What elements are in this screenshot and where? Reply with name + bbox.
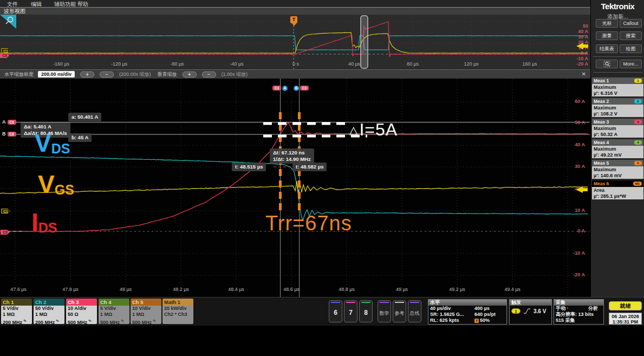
main-y-tick: 50 A	[575, 120, 585, 125]
meas-source-chip: M1	[633, 182, 642, 186]
trigger-pos-icon: T	[474, 319, 479, 323]
zoom-toolbar: 水平缩放标度 200.00 ns/div + − (200.00x 缩放) 垂直…	[0, 69, 590, 79]
cursor-source-badge[interactable]: C3	[300, 82, 309, 92]
channel-badge-ch1[interactable]: Ch 1 5 V/div1 MΩ200 MHz	[1, 299, 32, 324]
overview-y-tick: 0 A	[581, 50, 588, 56]
sidebar-divider	[593, 56, 642, 57]
overview-y-tick: -10 A	[576, 56, 588, 61]
cursor-button[interactable]: 光标	[596, 19, 618, 28]
plot-button[interactable]: 绘图	[620, 44, 642, 53]
trr-annotation: Trr=67ns	[265, 212, 352, 235]
main-y-tick: 30 A	[575, 164, 585, 169]
hzoom-plus-button[interactable]: +	[80, 72, 94, 77]
overview-x-tick: -120 µs	[111, 61, 127, 67]
ready-status-button[interactable]: 就绪	[609, 301, 642, 310]
vzoom-plus-button[interactable]: +	[183, 72, 197, 77]
bottom-status-bar: Ch 1 5 V/div1 MΩ200 MHz Ch 2 50 V/div1 M…	[0, 297, 644, 326]
main-y-tick: -20 A	[573, 272, 585, 277]
meas-6-badge[interactable]: Meas 6M1 Areaµ': 285.1 µs*W	[592, 180, 643, 199]
channel-key-8[interactable]: 8	[359, 300, 373, 322]
search-button[interactable]: 搜索	[620, 31, 642, 40]
main-x-tick: 49.4 µs	[504, 287, 521, 292]
results-table-button[interactable]: 结果表	[596, 44, 618, 53]
overview-y-tick: 40 A	[578, 29, 588, 34]
trigger-level-arrow-icon[interactable]	[576, 186, 588, 193]
vzoom-label: 垂直缩放	[158, 71, 177, 78]
main-waveform-plot: C3 A B C3 A C3 B C3 a: 50.401 A Δa: 5.40…	[0, 79, 590, 297]
waveform-view-title: 波形视图	[0, 7, 590, 15]
close-zoom-icon[interactable]: ✕	[582, 71, 586, 77]
measure-button[interactable]: 测量	[596, 31, 618, 40]
trigger-level-value: 3.6 V	[534, 308, 546, 314]
more-button[interactable]: More...	[620, 60, 642, 68]
channel-key-7[interactable]: 7	[344, 300, 357, 322]
cursor-a-handle[interactable]: A	[282, 82, 288, 92]
channel-badge-ch3[interactable]: Ch 3 10 A/div50 Ω500 MHz	[66, 299, 97, 324]
zoom-mode-button[interactable]	[596, 60, 618, 68]
overview-y-tick: 50	[583, 23, 588, 29]
callout-button[interactable]: Callout	[620, 19, 642, 28]
vzoom-minus-button[interactable]: −	[202, 72, 216, 77]
channel-badge-ch5[interactable]: Ch 5 10 V/div1 MΩ500 MHz	[131, 299, 161, 324]
datetime-display: 06 Jan 2026 1:35:31 PM	[609, 313, 642, 325]
cursor-b-left-badge[interactable]: B C3	[2, 131, 16, 137]
main-y-tick: 60 A	[575, 99, 585, 104]
meas-source-chip: 2	[634, 99, 642, 103]
main-x-tick: 47.6 µs	[10, 287, 27, 292]
trigger-panel[interactable]: 触发 1 3.6 V	[509, 299, 552, 325]
overview-y-tick: -20 A	[576, 61, 588, 67]
trigger-position-icon[interactable]: T	[290, 16, 297, 23]
bus-key[interactable]: 总线	[408, 300, 421, 322]
meas-5-badge[interactable]: Meas 55 Maximumµ': 140.6 mV	[592, 160, 643, 179]
main-x-tick: 49.2 µs	[449, 287, 465, 292]
hzoom-minus-button[interactable]: −	[100, 72, 114, 77]
cursor-a-left-badge[interactable]: A C3	[2, 119, 16, 125]
channel-badge-math1[interactable]: Math 1 20 kW/divCh2 * Ch3	[162, 299, 193, 324]
cursor-b-handle[interactable]: B	[294, 82, 299, 92]
math-key[interactable]: 数学	[378, 300, 391, 322]
main-x-tick: 48.8 µs	[339, 287, 355, 292]
meas-source-chip: 4	[634, 140, 642, 145]
ids-annotation-label: IDS	[31, 212, 57, 233]
sidebar-divider	[593, 72, 642, 73]
overview-x-tick: -160 µs	[53, 61, 69, 67]
overview-x-tick: 120 µs	[464, 61, 478, 67]
oscilloscope-screen: 文件 编辑 辅助功能 帮助 波形视图 T -160 µs -120 µs -80…	[0, 0, 644, 356]
overview-x-tick: 80 µs	[407, 61, 419, 67]
meas-1-badge[interactable]: Meas 11 Maximumµ': 6.316 V	[592, 77, 643, 96]
overview-x-tick: -80 µs	[170, 61, 184, 67]
main-x-tick: 48.2 µs	[173, 287, 189, 292]
vgs-trace	[0, 181, 588, 193]
overview-x-tick: 40 µs	[348, 61, 360, 67]
cursor-source-badge[interactable]: C3	[272, 82, 281, 92]
vds-annotation-label: VDS	[35, 133, 70, 154]
magnifier-icon	[603, 61, 611, 67]
meas-3-badge[interactable]: Meas 33 Maximumµ': 50.32 A	[592, 119, 643, 138]
hzoom-factor: (200.00x 缩放)	[119, 71, 151, 78]
meas-4-badge[interactable]: Meas 44 Maximumµ': 49.22 mV	[592, 139, 643, 158]
cursor-b-readout: b: 45 A	[68, 133, 92, 142]
main-x-tick: 48.4 µs	[228, 287, 244, 292]
main-x-tick: 49 µs	[396, 287, 408, 292]
zoom-overview-icon[interactable]	[0, 15, 16, 29]
ref-key[interactable]: 参考	[393, 300, 406, 322]
meas-source-chip: 1	[634, 79, 642, 83]
meas-2-badge[interactable]: Meas 22 Maximumµ': 108.2 V	[592, 98, 643, 117]
menu-bar: 文件 编辑 辅助功能 帮助	[0, 0, 590, 7]
main-x-tick: 47.8 µs	[62, 287, 79, 292]
vzoom-factor: (1.00x 缩放)	[222, 71, 248, 78]
overview-level-arrow-icon	[576, 43, 588, 49]
cursor-a-readout: a: 50.401 A	[68, 113, 101, 121]
channel-badge-ch2[interactable]: Ch 2 50 V/div1 MΩ200 MHz	[34, 299, 64, 324]
cursor-t2-readout: t: 48.582 µs	[292, 163, 327, 171]
acquisition-panel[interactable]: 采集 手动 ·分析 高分辨率: 13 bits 515 采集	[554, 299, 604, 325]
zoom-window-handle[interactable]	[361, 16, 368, 68]
channel-badge-ch4[interactable]: Ch 4 5 V/div1 MΩ500 MHz	[99, 299, 129, 324]
hzoom-scale-label: 水平缩放标度	[4, 71, 34, 78]
hzoom-scale-input[interactable]: 200.00 ns/div	[38, 71, 75, 77]
main-x-tick: 48 µs	[120, 287, 132, 292]
vgs-annotation-label: VGS	[38, 174, 74, 195]
horizontal-panel[interactable]: 水平 40 µs/div400 µs SR: 1.5625 G...640 ps…	[428, 299, 507, 325]
channel-key-6[interactable]: 6	[329, 300, 342, 322]
cursor-t1-readout: t: 48.515 µs	[232, 163, 266, 171]
